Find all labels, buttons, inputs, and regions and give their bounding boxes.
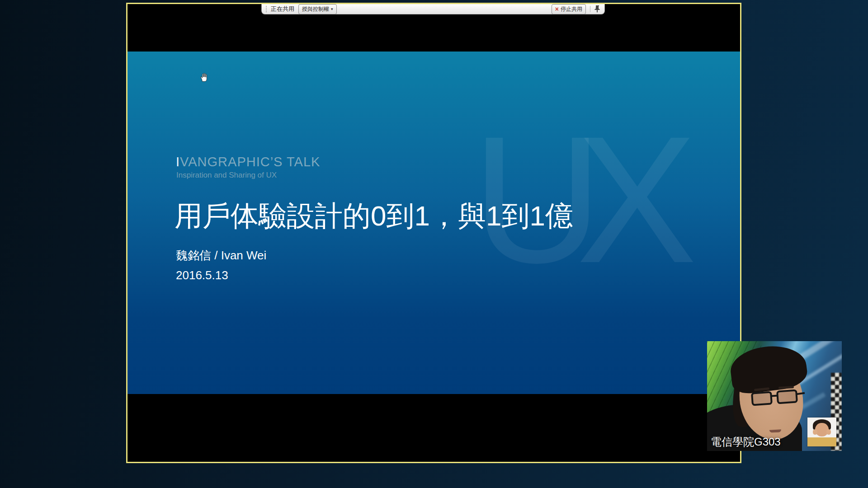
drag-grip-icon[interactable] bbox=[266, 6, 267, 12]
brand-subtitle: Inspiration and Sharing of UX bbox=[176, 171, 277, 180]
toolbar-divider bbox=[590, 6, 590, 12]
pin-icon bbox=[594, 5, 600, 13]
sharing-status-label: 正在共用 bbox=[271, 5, 294, 13]
desktop: UX IVANGRAPHIC’S TALK Inspiration and Sh… bbox=[0, 0, 868, 488]
webcam-caption: 電信學院G303 bbox=[711, 435, 781, 449]
stop-sharing-button[interactable]: × 停止共用 bbox=[552, 4, 586, 14]
stop-x-icon: × bbox=[555, 6, 559, 12]
grant-control-label: 授與控制權 bbox=[302, 5, 329, 13]
brand-lead-letter: I bbox=[176, 155, 180, 169]
brand-rest-text: VANGRAPHIC’S TALK bbox=[180, 155, 320, 169]
stop-sharing-label: 停止共用 bbox=[561, 5, 582, 13]
slide-date: 2016.5.13 bbox=[176, 268, 228, 282]
pip-thumbnail[interactable] bbox=[807, 418, 836, 446]
hand-cursor-icon bbox=[199, 72, 209, 82]
screen-share-toolbar: 正在共用 授與控制權 ▾ × 停止共用 bbox=[261, 4, 605, 14]
speaker-glasses bbox=[776, 389, 798, 404]
brand-line: IVANGRAPHIC’S TALK bbox=[176, 155, 320, 169]
grant-control-button[interactable]: 授與控制權 ▾ bbox=[298, 4, 337, 14]
pin-toolbar-button[interactable] bbox=[594, 5, 600, 13]
chevron-down-icon: ▾ bbox=[331, 7, 333, 11]
shared-screen-window: UX IVANGRAPHIC’S TALK Inspiration and Sh… bbox=[126, 3, 741, 463]
webcam-video[interactable]: 電信學院G303 bbox=[707, 341, 842, 451]
presentation-slide: UX IVANGRAPHIC’S TALK Inspiration and Sh… bbox=[127, 52, 740, 394]
slide-title: 用戶体驗設計的0到1，與1到1億 bbox=[175, 197, 573, 235]
speaker-glasses bbox=[751, 391, 773, 406]
slide-author: 魏銘信 / Ivan Wei bbox=[176, 248, 266, 263]
